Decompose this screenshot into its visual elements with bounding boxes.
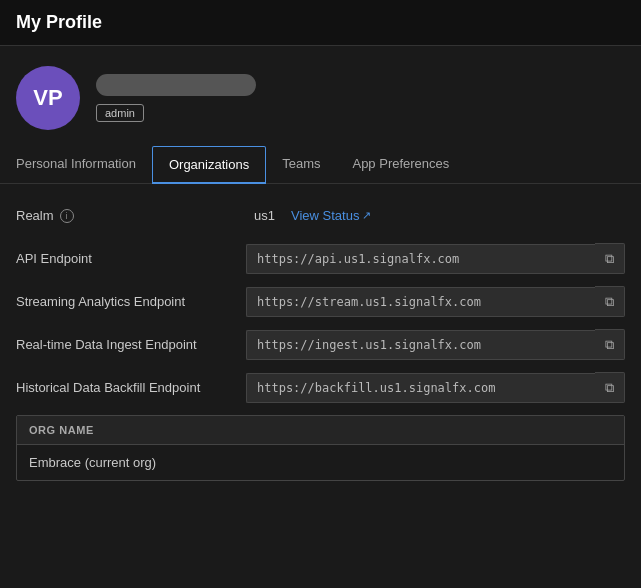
endpoint-input-api[interactable] bbox=[246, 244, 595, 274]
copy-icon-ingest: ⧉ bbox=[605, 337, 614, 353]
endpoint-row-api: API Endpoint ⧉ bbox=[16, 243, 625, 274]
realm-value: us1 bbox=[254, 208, 275, 223]
endpoint-label-backfill: Historical Data Backfill Endpoint bbox=[16, 380, 246, 395]
copy-icon-backfill: ⧉ bbox=[605, 380, 614, 396]
org-table-row: Embrace (current org) bbox=[17, 445, 624, 480]
copy-button-backfill[interactable]: ⧉ bbox=[595, 372, 625, 403]
view-status-link[interactable]: View Status ↗ bbox=[291, 208, 371, 223]
endpoint-input-streaming[interactable] bbox=[246, 287, 595, 317]
endpoint-input-wrap-backfill: ⧉ bbox=[246, 372, 625, 403]
endpoint-input-ingest[interactable] bbox=[246, 330, 595, 360]
org-table-header: ORG NAME bbox=[17, 416, 624, 445]
endpoint-row-streaming: Streaming Analytics Endpoint ⧉ bbox=[16, 286, 625, 317]
copy-icon-streaming: ⧉ bbox=[605, 294, 614, 310]
realm-info-icon[interactable]: i bbox=[60, 209, 74, 223]
profile-section: VP admin Personal Information Organizati… bbox=[0, 46, 641, 184]
page-title: My Profile bbox=[16, 12, 102, 32]
endpoint-label-api: API Endpoint bbox=[16, 251, 246, 266]
external-link-icon: ↗ bbox=[362, 209, 371, 222]
content-area: Realm i us1 View Status ↗ API Endpoint ⧉… bbox=[0, 184, 641, 497]
role-badge: admin bbox=[96, 104, 144, 122]
endpoint-input-wrap-streaming: ⧉ bbox=[246, 286, 625, 317]
copy-icon-api: ⧉ bbox=[605, 251, 614, 267]
endpoint-input-wrap-api: ⧉ bbox=[246, 243, 625, 274]
tab-teams[interactable]: Teams bbox=[266, 146, 336, 183]
realm-label: Realm i bbox=[16, 208, 246, 223]
page-header: My Profile bbox=[0, 0, 641, 46]
endpoint-input-backfill[interactable] bbox=[246, 373, 595, 403]
endpoint-input-wrap-ingest: ⧉ bbox=[246, 329, 625, 360]
tab-app-preferences[interactable]: App Preferences bbox=[336, 146, 465, 183]
tabs: Personal Information Organizations Teams… bbox=[16, 146, 625, 183]
endpoint-row-backfill: Historical Data Backfill Endpoint ⧉ bbox=[16, 372, 625, 403]
endpoint-row-ingest: Real-time Data Ingest Endpoint ⧉ bbox=[16, 329, 625, 360]
profile-right: admin bbox=[96, 74, 256, 122]
endpoint-label-ingest: Real-time Data Ingest Endpoint bbox=[16, 337, 246, 352]
tab-personal-information[interactable]: Personal Information bbox=[16, 146, 152, 183]
endpoint-label-streaming: Streaming Analytics Endpoint bbox=[16, 294, 246, 309]
copy-button-api[interactable]: ⧉ bbox=[595, 243, 625, 274]
copy-button-streaming[interactable]: ⧉ bbox=[595, 286, 625, 317]
copy-button-ingest[interactable]: ⧉ bbox=[595, 329, 625, 360]
avatar: VP bbox=[16, 66, 80, 130]
profile-top: VP admin bbox=[16, 66, 625, 130]
tab-organizations[interactable]: Organizations bbox=[152, 146, 266, 184]
realm-row: Realm i us1 View Status ↗ bbox=[16, 208, 625, 223]
name-bar bbox=[96, 74, 256, 96]
org-table: ORG NAME Embrace (current org) bbox=[16, 415, 625, 481]
